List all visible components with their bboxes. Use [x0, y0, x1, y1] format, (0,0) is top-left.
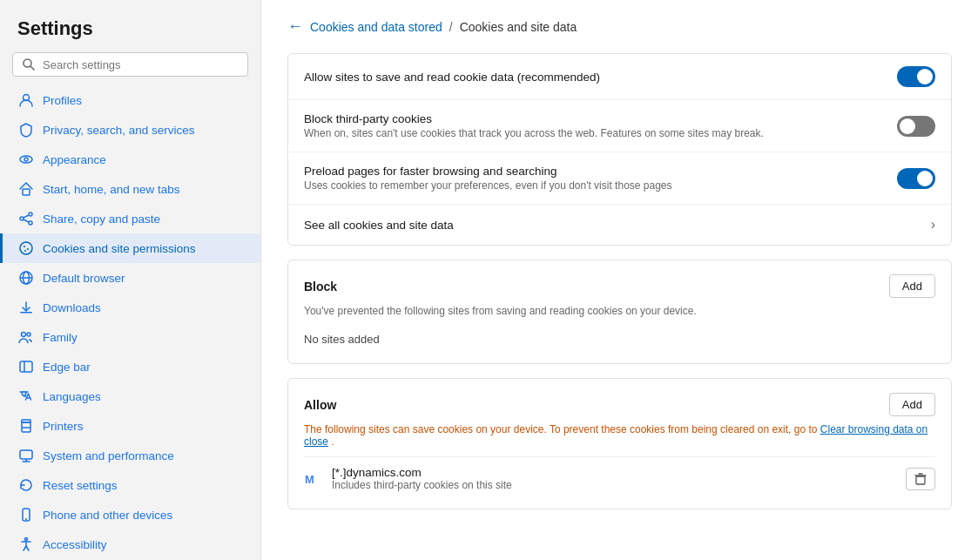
row-title-allow-save: Allow sites to save and read cookie data… [304, 71, 887, 84]
sidebar-item-system[interactable]: System and performance [0, 441, 260, 470]
allow-desc-end: . [331, 435, 334, 448]
allow-sites-list: M [*.]dynamics.com Includes third-party … [304, 456, 935, 495]
svg-point-6 [29, 213, 32, 216]
nav-list: Profiles Privacy, search, and services A… [0, 85, 260, 560]
sidebar-item-start-home[interactable]: Start, home, and new tabs [0, 174, 260, 204]
search-input[interactable] [43, 58, 239, 71]
main-content: ← Cookies and data stored / Cookies and … [261, 0, 978, 560]
family-icon [18, 329, 34, 345]
home-icon [18, 181, 34, 197]
toggle-block-third-party[interactable] [897, 116, 935, 137]
row-text-preload: Preload pages for faster browsing and se… [304, 165, 887, 192]
allow-add-button[interactable]: Add [889, 393, 935, 416]
search-box[interactable] [12, 52, 248, 77]
svg-rect-21 [20, 361, 32, 372]
svg-rect-26 [20, 450, 32, 459]
block-title: Block [304, 280, 337, 293]
sidebar-item-phone[interactable]: Phone and other devices [0, 500, 260, 530]
svg-text:M: M [305, 473, 314, 486]
sidebar-label-edge-bar: Edge bar [43, 361, 248, 374]
settings-row-see-all[interactable]: See all cookies and site data › [288, 205, 951, 245]
breadcrumb-separator: / [449, 20, 453, 34]
sidebar-item-privacy[interactable]: Privacy, search, and services [0, 115, 260, 145]
svg-point-31 [25, 538, 28, 541]
breadcrumb: ← Cookies and data stored / Cookies and … [287, 17, 952, 36]
sidebar-icon [18, 359, 34, 374]
allow-desc-text: The following sites can save cookies on … [304, 423, 817, 435]
svg-rect-24 [22, 428, 30, 432]
sidebar-label-languages: Languages [43, 390, 248, 403]
reset-icon [18, 477, 34, 493]
toggle-allow-save[interactable] [897, 66, 935, 87]
svg-point-4 [24, 158, 28, 161]
block-add-button[interactable]: Add [889, 274, 935, 298]
sidebar-label-family: Family [43, 331, 248, 344]
block-section: Block Add You've prevented the following… [287, 260, 952, 364]
settings-row-block-third-party[interactable]: Block third-party cookies When on, sites… [288, 100, 951, 152]
sidebar-label-appearance: Appearance [43, 153, 248, 166]
svg-point-14 [24, 250, 26, 252]
back-button[interactable]: ← [287, 17, 303, 36]
eye-icon [18, 152, 34, 167]
sidebar-label-profiles: Profiles [43, 94, 248, 107]
row-title-preload: Preload pages for faster browsing and se… [304, 165, 887, 178]
sidebar-item-family[interactable]: Family [0, 322, 260, 352]
sidebar-item-edge-bar[interactable]: Edge bar [0, 352, 260, 381]
phone-icon [18, 507, 34, 523]
svg-point-11 [20, 242, 32, 254]
svg-line-10 [24, 219, 29, 222]
allow-site-row: M [*.]dynamics.com Includes third-party … [304, 456, 935, 495]
breadcrumb-current: Cookies and site data [460, 20, 577, 34]
settings-card: Allow sites to save and read cookie data… [287, 53, 952, 246]
system-icon [18, 448, 34, 463]
globe-icon [18, 270, 34, 286]
sidebar-label-system: System and performance [43, 449, 248, 462]
sidebar-item-accessibility[interactable]: Accessibility [0, 530, 260, 559]
sidebar-item-downloads[interactable]: Downloads [0, 293, 260, 322]
row-text-see-all: See all cookies and site data [304, 219, 921, 232]
delete-site-button[interactable] [906, 468, 935, 490]
download-icon [18, 300, 34, 315]
sidebar-label-downloads: Downloads [43, 301, 248, 314]
sidebar-item-languages[interactable]: Languages [0, 381, 260, 411]
toggle-preload[interactable] [897, 168, 935, 189]
breadcrumb-link[interactable]: Cookies and data stored [310, 20, 442, 34]
sidebar-item-profiles[interactable]: Profiles [0, 85, 260, 115]
search-icon [22, 57, 36, 71]
svg-rect-33 [916, 476, 925, 484]
sidebar-item-printers[interactable]: Printers [0, 411, 260, 441]
sidebar: Settings Profiles Privacy, search, and s… [0, 0, 261, 560]
sidebar-label-accessibility: Accessibility [43, 538, 248, 551]
row-text-allow-save: Allow sites to save and read cookie data… [304, 71, 887, 84]
site-sub: Includes third-party cookies on this sit… [332, 479, 895, 491]
block-no-sites: No sites added [304, 326, 935, 349]
cookie-icon [18, 240, 34, 256]
allow-section: Allow Add The following sites can save c… [287, 378, 952, 509]
allow-title: Allow [304, 398, 336, 412]
share-icon [18, 211, 34, 226]
person-icon [18, 92, 34, 108]
sidebar-item-appearance[interactable]: Appearance [0, 145, 260, 174]
sidebar-item-share-copy[interactable]: Share, copy and paste [0, 204, 260, 233]
allow-desc: The following sites can save cookies on … [304, 423, 935, 448]
settings-row-allow-save[interactable]: Allow sites to save and read cookie data… [288, 54, 951, 100]
sidebar-item-cookies[interactable]: Cookies and site permissions [0, 233, 260, 263]
row-title-block-third-party: Block third-party cookies [304, 112, 887, 125]
svg-point-8 [29, 221, 32, 225]
block-desc: You've prevented the following sites fro… [304, 305, 935, 317]
sidebar-label-share-copy: Share, copy and paste [43, 213, 248, 226]
chevron-icon: › [931, 217, 935, 233]
settings-row-preload[interactable]: Preload pages for faster browsing and se… [288, 152, 951, 205]
sidebar-item-default-browser[interactable]: Default browser [0, 263, 260, 293]
site-favicon: M [304, 470, 321, 488]
svg-point-12 [24, 246, 25, 247]
row-title-see-all: See all cookies and site data [304, 219, 921, 232]
row-desc-block-third-party: When on, sites can't use cookies that tr… [304, 127, 887, 139]
language-icon [18, 388, 34, 404]
site-domain: [*.]dynamics.com [332, 466, 895, 479]
printer-icon [18, 418, 34, 434]
sidebar-label-default-browser: Default browser [43, 272, 248, 285]
shield-icon [18, 122, 34, 138]
svg-point-13 [27, 248, 29, 250]
sidebar-item-reset[interactable]: Reset settings [0, 470, 260, 500]
